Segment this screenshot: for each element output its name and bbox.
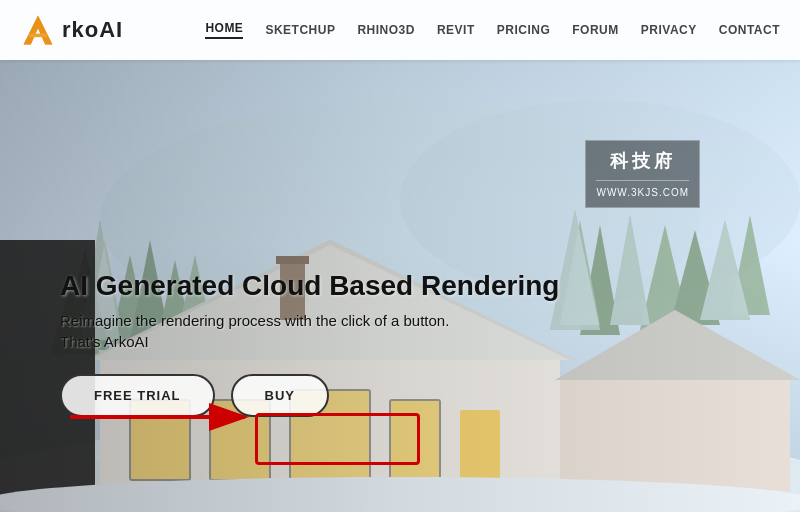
nav-privacy[interactable]: PRIVACY: [641, 23, 697, 37]
logo-icon: [20, 12, 56, 48]
nav: HOME SKETCHUP RHINO3D REVIT PRICING FORU…: [205, 21, 780, 39]
hero-subtitle2: That's ArkoAI: [60, 333, 559, 350]
watermark: 科技府 WWW.3KJS.COM: [585, 140, 700, 208]
header: rkoAI HOME SKETCHUP RHINO3D REVIT PRICIN…: [0, 0, 800, 60]
nav-home[interactable]: HOME: [205, 21, 243, 39]
nav-rhino3d[interactable]: RHINO3D: [357, 23, 415, 37]
nav-contact[interactable]: CONTACT: [719, 23, 780, 37]
nav-pricing[interactable]: PRICING: [497, 23, 551, 37]
svg-marker-49: [24, 16, 53, 45]
hero-subtitle: Reimagine the rendering process with the…: [60, 312, 559, 329]
svg-rect-50: [29, 34, 47, 38]
watermark-line1: 科技府: [596, 147, 689, 181]
watermark-line2: WWW.3KJS.COM: [596, 185, 689, 201]
logo-text: rkoAI: [62, 17, 123, 43]
nav-sketchup[interactable]: SKETCHUP: [265, 23, 335, 37]
free-trial-highlight-box: [255, 413, 420, 465]
nav-forum[interactable]: FORUM: [572, 23, 619, 37]
nav-revit[interactable]: REVIT: [437, 23, 475, 37]
hero-title: AI Generated Cloud Based Rendering: [60, 270, 559, 302]
logo[interactable]: rkoAI: [20, 12, 123, 48]
annotation-arrow: [60, 392, 260, 442]
